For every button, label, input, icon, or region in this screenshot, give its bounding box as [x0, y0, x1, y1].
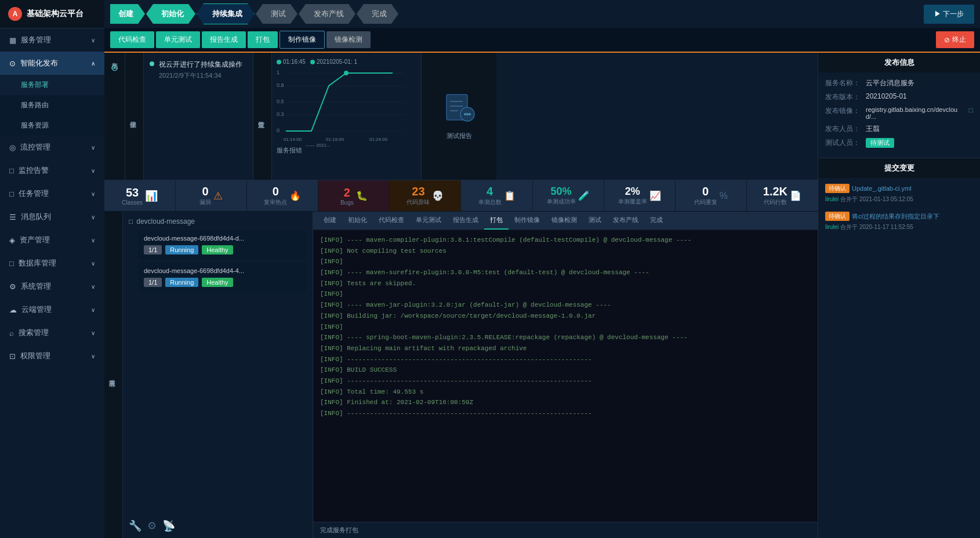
test-report-section: 测试报告: [421, 53, 496, 180]
main-content: 创建 初始化 持续集成 测试 发布产线 完成 ▶ 下一步 代码检查 单元测试 报…: [104, 0, 980, 538]
terminate-btn[interactable]: ⊘ ⊘ 终止 终止: [936, 31, 974, 48]
publish-info-section: 发布信息 服务名称： 云平台消息服务 发布版本： 20210205-01 发布镜…: [818, 53, 980, 158]
bugs-icon: 🐛: [356, 190, 368, 201]
middle-spacer: [496, 53, 818, 180]
log-tab-init[interactable]: 初始化: [342, 212, 373, 230]
chevron-down-icon: ∨: [91, 260, 95, 267]
sidebar-item-flow-mgmt[interactable]: ◎ 流控管理 ∨: [0, 136, 104, 159]
log-line: [INFO] Building jar: /workspace/source/t…: [320, 311, 811, 322]
log-status: 完成服务打包: [313, 522, 818, 538]
operation-item: 祝云开进行了持续集成操作 2021/2/9下午11:54:34: [150, 60, 247, 80]
stop-icon: ⊘: [944, 36, 950, 44]
sidebar-item-monitor-alert[interactable]: □ 监控告警 ∨: [0, 159, 104, 182]
sidebar-item-asset-mgmt[interactable]: ◈ 资产管理 ∨: [0, 228, 104, 252]
next-btn[interactable]: ▶ 下一步: [924, 5, 974, 24]
service-group-name: devcloud-message: [136, 217, 195, 226]
sidebar-item-task-mgmt[interactable]: □ 任务管理 ∨: [0, 182, 104, 205]
sidebar-item-auth-mgmt[interactable]: ⊡ 权限管理 ∨: [0, 344, 104, 368]
gray-section: 灰度 ⊙: [104, 53, 125, 180]
sidebar-item-db-mgmt[interactable]: □ 数据库管理 ∨: [0, 252, 104, 275]
log-tab-create[interactable]: 创建: [318, 212, 342, 230]
service-name-label: 服务名称：: [825, 78, 866, 88]
sidebar-item-service-resource[interactable]: 服务资源: [0, 115, 104, 136]
log-line: [INFO] ---------------------------------…: [320, 354, 811, 365]
sidebar-label: 系统管理: [21, 281, 51, 292]
unit-total-icon: 📋: [504, 190, 516, 201]
log-tab-test[interactable]: 测试: [583, 212, 607, 230]
commit-2-action: 合并于: [840, 224, 858, 230]
commit-1-link[interactable]: Update_.gitlab-ci.yml: [852, 185, 912, 192]
msg-icon: ☰: [9, 213, 16, 221]
sidebar-item-cloud-mgmt[interactable]: ☁ 云端管理 ∨: [0, 298, 104, 321]
stat-bugs-label: Bugs: [340, 199, 354, 206]
sidebar-item-smart-deploy[interactable]: ⊙ 智能化发布 ∧: [0, 52, 104, 75]
sub-step-code-check[interactable]: 代码检查: [110, 31, 154, 48]
log-tab-done[interactable]: 完成: [644, 212, 669, 230]
sub-step-package[interactable]: 打包: [248, 31, 278, 48]
sidebar-item-service-mgmt[interactable]: ▦ 服务管理 ∨: [0, 28, 104, 52]
svg-text:0.3: 0.3: [277, 111, 284, 117]
sidebar-item-search-mgmt[interactable]: ⌕ 搜索管理 ∨: [0, 321, 104, 344]
step-done[interactable]: 完成: [357, 4, 398, 24]
auth-icon: ⊡: [9, 352, 16, 361]
sub-step-image-check[interactable]: 镜像检测: [326, 31, 371, 48]
copy-icon[interactable]: □: [969, 106, 973, 114]
log-line: [INFO] ---------------------------------…: [320, 376, 811, 387]
stat-classes-label: Classes: [122, 199, 143, 206]
stat-smell-label: 代码异味: [406, 198, 430, 206]
stat-unit-total-label: 单测总数: [478, 198, 502, 206]
commit-item-1: 待确认 Update_.gitlab-ci.yml lirulei 合并于 20…: [825, 184, 973, 203]
log-line: [INFO]: [320, 256, 811, 267]
stat-hotspot-label: 复审热点: [264, 198, 287, 206]
bottom-section: 服务状态 □ devcloud-message devcloud-message…: [104, 212, 818, 538]
unit-pass-icon: 🧪: [578, 190, 590, 201]
sidebar-label: 云端管理: [21, 304, 52, 315]
log-tab-make-image[interactable]: 制作镜像: [509, 212, 546, 230]
stat-dup-num: 0: [694, 185, 717, 198]
legend-time-label: 01:16:45: [283, 59, 306, 65]
stat-vuln: 0 漏洞 ⚠: [176, 180, 247, 211]
commit-1-date: 2021-01-13 05:12:05: [859, 196, 913, 202]
next-step-button[interactable]: ▶ 下一步: [924, 5, 974, 24]
info-row-name: 服务名称： 云平台消息服务: [825, 78, 973, 88]
svg-text:01:24:00: 01:24:00: [369, 137, 388, 142]
info-row-image: 发布镜像： registry.gitlab.baixing.cn/devclou…: [825, 106, 973, 120]
sidebar-item-service-route[interactable]: 服务路由: [0, 95, 104, 115]
sidebar-label: 搜索管理: [19, 328, 49, 338]
log-line: [INFO] Replacing main artifact with repa…: [320, 343, 811, 354]
log-line: [INFO] ---------------------------------…: [320, 408, 811, 419]
sidebar-label: 权限管理: [20, 351, 50, 361]
sidebar-item-sys-mgmt[interactable]: ⚙ 系统管理 ∨: [0, 275, 104, 298]
commit-list: 待确认 Update_.gitlab-ci.yml lirulei 合并于 20…: [818, 178, 980, 245]
log-tab-release[interactable]: 发布产线: [607, 212, 644, 230]
log-tab-image-check[interactable]: 镜像检测: [546, 212, 583, 230]
log-tab-report[interactable]: 报告生成: [447, 212, 484, 230]
stat-unit-total-num: 4: [478, 185, 502, 198]
sub-step-unit-test[interactable]: 单元测试: [156, 31, 200, 48]
sub-step-report[interactable]: 报告生成: [202, 31, 246, 48]
legend-dot-green2: [310, 60, 315, 64]
service-error-label: 服务报错: [277, 146, 416, 155]
log-tab-unit-test[interactable]: 单元测试: [410, 212, 447, 230]
step-create[interactable]: 创建: [110, 4, 145, 24]
chevron-down-icon: ∨: [91, 237, 95, 243]
bottom-icons: 🔧 ⚙ 📡: [129, 519, 175, 532]
db-icon: □: [9, 259, 14, 268]
step-release[interactable]: 发布产线: [299, 4, 355, 24]
log-tab-code-check[interactable]: 代码检查: [373, 212, 410, 230]
sidebar-item-msg-queue[interactable]: ☰ 消息队列 ∨: [0, 205, 104, 228]
chevron-down-icon: ∨: [91, 191, 95, 197]
log-tab-package[interactable]: 打包: [484, 212, 509, 230]
stat-unit-cover: 2% 单测覆盖率 📈: [604, 180, 676, 211]
sidebar-item-service-deploy[interactable]: 服务部署: [0, 75, 104, 95]
sub-step-make-image[interactable]: 制作镜像: [280, 31, 325, 49]
commit-1-action: 合并于: [840, 196, 858, 202]
step-ci[interactable]: 持续集成: [197, 3, 255, 24]
stat-smell-inner: 23 代码异味: [406, 185, 430, 206]
step-init[interactable]: 初始化: [146, 4, 195, 24]
log-line: [INFO]: [320, 322, 811, 333]
commit-2-link[interactable]: 将ci过程的结果存到指定目录下: [852, 212, 939, 221]
pipeline-steps-row: 创建 初始化 持续集成 测试 发布产线 完成 ▶ 下一步: [104, 0, 980, 28]
step-test[interactable]: 测试: [256, 4, 297, 24]
service-status-label-container: 服务状态: [104, 212, 123, 538]
